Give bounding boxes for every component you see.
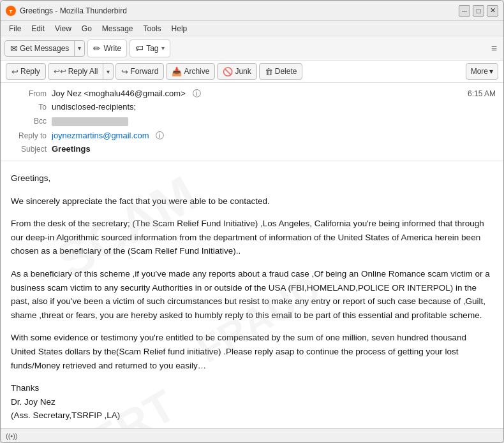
action-bar: ↩ Reply ↩↩ Reply All ▾ ↪ Forward 📥 Archi… — [1, 61, 503, 83]
reply-all-icon: ↩↩ — [54, 67, 66, 76]
get-messages-label: Get Messages — [20, 44, 69, 53]
reply-all-label: Reply All — [68, 67, 98, 76]
bcc-label: Bcc — [8, 117, 52, 126]
window-controls: ─ □ ✕ — [459, 5, 498, 17]
chevron-down-icon: ▾ — [78, 45, 81, 52]
window-title: Greetings - Mozilla Thunderbird — [20, 6, 459, 15]
menu-bar: File Edit View Go Message Tools Help — [1, 21, 503, 36]
pencil-icon: ✏ — [93, 43, 101, 54]
body-paragraph3: As a beneficiary of this scheme ,if you'… — [11, 267, 493, 322]
forward-button[interactable]: ↪ Forward — [115, 63, 164, 80]
delete-label: Delete — [275, 67, 297, 76]
bcc-value — [52, 116, 496, 126]
menu-edit[interactable]: Edit — [27, 23, 49, 34]
forward-label: Forward — [130, 67, 158, 76]
get-messages-split-button[interactable]: ✉ Get Messages ▾ — [4, 40, 85, 57]
wifi-icon: ((•)) — [6, 432, 18, 440]
delete-button[interactable]: 🗑 Delete — [259, 63, 303, 80]
menu-file[interactable]: File — [4, 23, 26, 34]
bcc-blurred — [52, 117, 128, 126]
get-messages-main[interactable]: ✉ Get Messages — [5, 41, 74, 56]
menu-help[interactable]: Help — [167, 23, 192, 34]
trash-icon: 🗑 — [265, 67, 273, 76]
forward-icon: ↪ — [121, 67, 128, 76]
tag-chevron-icon: ▾ — [161, 45, 165, 52]
svg-text:T: T — [10, 9, 13, 15]
to-label: To — [8, 103, 52, 112]
more-label: More — [471, 67, 488, 76]
toolbar: ✉ Get Messages ▾ ✏ Write 🏷 Tag ▾ ≡ — [1, 36, 503, 61]
reply-to-value: joynezmartins@gmail.com ⓘ — [52, 130, 496, 142]
from-text: Joy Nez <moghalu446@gmail.com> — [52, 89, 186, 98]
reply-button[interactable]: ↩ Reply — [6, 63, 46, 80]
app-icon: T — [6, 6, 16, 16]
reply-to-row: Reply to joynezmartins@gmail.com ⓘ — [8, 129, 496, 143]
reply-to-info-icon[interactable]: ⓘ — [156, 131, 164, 140]
body-paragraph2: From the desk of the secretary; (The Sca… — [11, 217, 493, 258]
hamburger-menu[interactable]: ≡ — [489, 40, 500, 57]
junk-button[interactable]: 🚫 Junk — [217, 63, 256, 80]
from-value: Joy Nez <moghalu446@gmail.com> ⓘ — [52, 88, 463, 99]
menu-go[interactable]: Go — [77, 23, 96, 34]
email-time: 6:15 AM — [468, 89, 496, 98]
email-header: From Joy Nez <moghalu446@gmail.com> ⓘ 6:… — [1, 83, 503, 161]
reply-icon: ↩ — [11, 67, 19, 76]
from-row: From Joy Nez <moghalu446@gmail.com> ⓘ 6:… — [8, 87, 496, 101]
reply-label: Reply — [20, 67, 40, 76]
wifi-indicator: ((•)) — [6, 432, 18, 440]
from-label: From — [8, 89, 52, 98]
junk-icon: 🚫 — [223, 67, 233, 76]
more-button[interactable]: More ▾ — [466, 63, 498, 80]
reply-to-text: joynezmartins@gmail.com — [52, 131, 149, 140]
subject-row: Subject Greetings — [8, 143, 496, 157]
title-bar: T Greetings - Mozilla Thunderbird ─ □ ✕ — [1, 1, 503, 21]
get-messages-dropdown[interactable]: ▾ — [74, 41, 84, 56]
subject-label: Subject — [8, 145, 52, 154]
junk-label: Junk — [235, 67, 251, 76]
archive-button[interactable]: 📥 Archive — [166, 63, 215, 80]
menu-tools[interactable]: Tools — [139, 23, 166, 34]
menu-message[interactable]: Message — [98, 23, 138, 34]
tag-button[interactable]: 🏷 Tag ▾ — [130, 40, 170, 57]
email-body-text: Greetings, We sincerely appreciate the f… — [11, 171, 493, 423]
reply-all-main[interactable]: ↩↩ Reply All — [48, 64, 103, 79]
write-button[interactable]: ✏ Write — [87, 40, 127, 57]
bcc-row: Bcc — [8, 115, 496, 129]
close-button[interactable]: ✕ — [487, 5, 498, 17]
archive-icon: 📥 — [172, 67, 182, 76]
archive-label: Archive — [184, 67, 209, 76]
main-window: T Greetings - Mozilla Thunderbird ─ □ ✕ … — [0, 0, 504, 443]
to-value: undisclosed-recipients; — [52, 102, 496, 112]
tag-icon: 🏷 — [135, 43, 144, 53]
reply-all-split-button[interactable]: ↩↩ Reply All ▾ — [48, 63, 114, 80]
email-body: SCAM FRAUD ALERT Greetings, We sincerely… — [1, 161, 503, 428]
to-row: To undisclosed-recipients; — [8, 101, 496, 115]
reply-to-label: Reply to — [8, 131, 52, 140]
reply-all-chevron-icon: ▾ — [107, 68, 110, 75]
envelope-icon: ✉ — [10, 43, 18, 54]
reply-all-dropdown[interactable]: ▾ — [103, 64, 113, 79]
status-bar: ((•)) — [1, 428, 503, 442]
info-icon[interactable]: ⓘ — [193, 89, 201, 98]
body-closing: Thanks Dr. Joy Nez (Ass. Secretary,TSRFI… — [11, 381, 493, 423]
body-paragraph4: With some evidence or testimony you're e… — [11, 331, 493, 372]
body-paragraph1: We sincerely appreciate the fact that yo… — [11, 194, 493, 208]
body-greeting: Greetings, — [11, 171, 493, 185]
maximize-button[interactable]: □ — [473, 5, 484, 17]
write-label: Write — [103, 44, 121, 53]
more-chevron-icon: ▾ — [489, 67, 493, 76]
subject-value: Greetings — [52, 144, 496, 154]
tag-label: Tag — [146, 44, 158, 53]
minimize-button[interactable]: ─ — [459, 5, 470, 17]
menu-view[interactable]: View — [50, 23, 76, 34]
